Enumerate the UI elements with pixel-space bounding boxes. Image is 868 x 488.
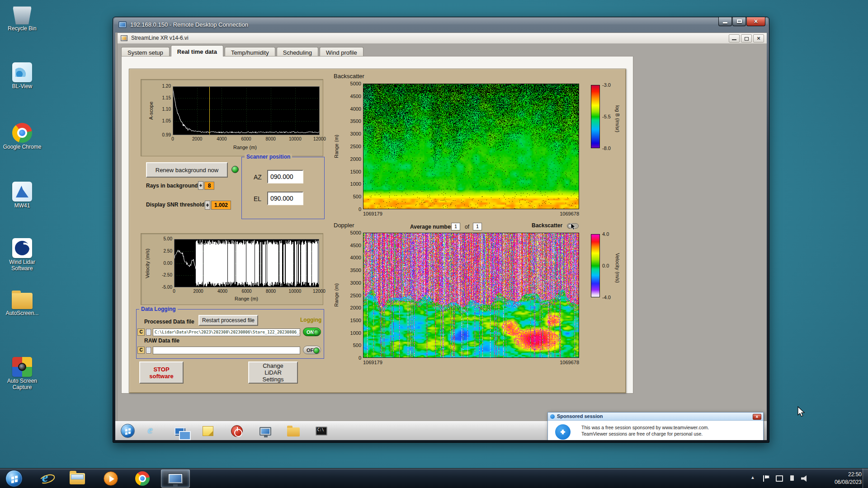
snr-value-field[interactable]: 1.002 <box>211 201 231 210</box>
app-titlebar[interactable]: StreamLine XR v14-6.vi × <box>118 33 767 44</box>
colorbar-tick-label: -3.0 <box>602 82 611 88</box>
tab-real-time-data[interactable]: Real time data <box>171 45 223 56</box>
y-tick-label: 500 <box>340 343 361 348</box>
x-end-label: 1069678 <box>552 211 579 216</box>
recycle-bin-icon <box>12 5 32 24</box>
remote-taskbar-power-button[interactable] <box>227 423 247 439</box>
remote-taskbar-command-prompt[interactable] <box>311 423 331 439</box>
el-value-field[interactable]: 090.000 <box>267 192 303 205</box>
remote-taskbar-network-places[interactable] <box>170 423 189 439</box>
y-tick-label: 3500 <box>340 267 361 273</box>
restart-processed-file-button[interactable]: Restart processed file <box>198 315 258 326</box>
x-start-label: 1069179 <box>363 211 382 216</box>
snr-spinner[interactable] <box>205 201 210 210</box>
x-tick-label: 10000 <box>285 136 305 141</box>
colorbar-tick-label: -5.5 <box>602 114 611 119</box>
y-tick-label: 2000 <box>340 156 361 162</box>
rays-value-field[interactable]: 8 <box>204 182 214 190</box>
tray-show-hidden-icons[interactable]: ▲ <box>750 475 755 480</box>
popup-line-1: This was a free session sponsored by www… <box>581 425 709 430</box>
teamviewer-logo-icon <box>555 424 571 440</box>
processed-drive-label[interactable]: C <box>137 328 145 336</box>
rays-spinner[interactable] <box>198 181 203 190</box>
y-tick-label: 4500 <box>340 243 361 248</box>
restore-icon <box>745 37 749 41</box>
media-player-icon <box>104 471 118 486</box>
velocity-ylabel: Velocity (m/s) <box>145 239 152 287</box>
y-tick-label: 1.10 <box>151 107 171 112</box>
backscatter-ylabel: Range (m) <box>334 84 340 209</box>
change-lidar-settings-button[interactable]: Change LiDAR Settings <box>248 361 298 384</box>
desktop-icon-autoscreen-folder[interactable]: AutoScreen... <box>3 291 42 317</box>
y-tick-label: 1000 <box>340 330 361 336</box>
raw-file-icon <box>146 347 151 353</box>
x-start-label: 1069179 <box>363 360 382 365</box>
host-taskbar: ▲ 22:50 06/08/2023 <box>0 468 868 488</box>
show-desktop-button[interactable] <box>863 469 868 488</box>
processed-path-field[interactable]: C:\Lidar\Data\Proc\2023\202308\20230806\… <box>153 328 300 336</box>
scanner-position-group: Scanner position AZ 090.000 EL 090.000 <box>241 157 325 219</box>
app-close-button[interactable]: × <box>753 34 764 42</box>
desktop-icon-google-chrome[interactable]: Google Chrome <box>3 123 42 150</box>
power-plug-icon[interactable] <box>790 475 794 481</box>
action-center-flag-icon[interactable] <box>763 475 770 482</box>
data-logging-title: Data Logging <box>139 306 178 312</box>
raw-logging-off-toggle[interactable]: OFF <box>303 346 321 354</box>
internet-explorer-icon <box>145 425 158 437</box>
rdp-close-button[interactable]: × <box>746 17 765 26</box>
a_scope-plot <box>173 86 320 135</box>
y-tick-label: 0 <box>340 206 361 212</box>
network-monitor-icon[interactable] <box>776 475 783 482</box>
desktop-icon-label: AutoScreen... <box>3 310 42 317</box>
backscatter-chart: Backscatter Range (m) log B (/m/sr) 5000… <box>328 71 627 221</box>
power-button-icon <box>231 425 243 437</box>
renew-background-button[interactable]: Renew background now <box>146 162 228 178</box>
remote-taskbar-internet-explorer[interactable] <box>142 423 161 439</box>
remote-start-button[interactable] <box>121 424 135 438</box>
az-value-field[interactable]: 090.000 <box>267 170 303 183</box>
wind-lidar-icon <box>12 238 32 258</box>
raw-path-field[interactable] <box>153 347 300 354</box>
rdp-titlebar[interactable]: 192.168.0.150 - Remote Desktop Connectio… <box>113 17 769 33</box>
popup-titlebar[interactable]: Sponsored session × <box>548 413 763 421</box>
desktop-icon-wind-lidar[interactable]: Wind Lidar Software <box>3 238 42 272</box>
y-tick-label: 1500 <box>340 169 361 174</box>
autoscreen-folder-icon <box>12 293 33 309</box>
y-tick-label: 1.05 <box>151 118 171 123</box>
taskbar-remote-desktop[interactable] <box>161 469 190 488</box>
start-button[interactable] <box>5 470 23 487</box>
processed-logging-on-toggle[interactable]: ON <box>303 328 321 336</box>
remote-taskbar-folder[interactable] <box>283 423 303 439</box>
desktop-icon-mw41[interactable]: MW41 <box>3 182 42 209</box>
raw-drive-label[interactable]: C <box>137 347 145 354</box>
velocity-plot <box>174 239 319 287</box>
taskbar-media-player[interactable] <box>99 469 123 488</box>
speaker-icon[interactable] <box>801 475 808 482</box>
app-restore-button[interactable] <box>741 34 752 42</box>
backscatter-colorbar-label: log B (/m/sr) <box>613 89 620 148</box>
x-tick-label: 2000 <box>187 136 207 141</box>
desktop-icon-label: Recycle Bin <box>3 26 42 32</box>
taskbar-windows-explorer[interactable] <box>65 469 90 488</box>
popup-close-button[interactable]: × <box>753 414 761 420</box>
colorbar-tick-label: -4.0 <box>602 295 611 300</box>
desktop-icon-auto-screen-capture[interactable]: Auto Screen Capture <box>3 357 42 391</box>
remote-taskbar-display-capture[interactable] <box>255 423 275 439</box>
remote-taskbar-sticky-notes[interactable] <box>198 423 218 439</box>
rdp-maximize-button[interactable] <box>732 17 746 26</box>
app-minimize-button[interactable] <box>729 34 740 42</box>
stop-software-button[interactable]: STOP software <box>139 361 184 384</box>
desktop-icon-bl-view[interactable]: BL-View <box>3 62 42 90</box>
taskbar-clock[interactable]: 22:50 06/08/2023 <box>816 471 862 486</box>
minimize-icon <box>723 22 727 23</box>
taskbar-chrome[interactable] <box>130 469 155 488</box>
y-tick-label: 2.50 <box>152 249 172 253</box>
desktop-icon-recycle-bin[interactable]: Recycle Bin <box>3 5 42 32</box>
desktop-icon-label: BL-View <box>3 84 42 90</box>
x-end-label: 1069678 <box>552 360 579 365</box>
taskbar-internet-explorer[interactable] <box>34 469 59 488</box>
y-tick-label: 1.20 <box>151 84 171 89</box>
doppler-colorbar-label: Velocity (m/s) <box>613 239 620 297</box>
rdp-minimize-button[interactable] <box>718 17 732 26</box>
desktop-icon-label: Auto Screen Capture <box>3 378 42 391</box>
